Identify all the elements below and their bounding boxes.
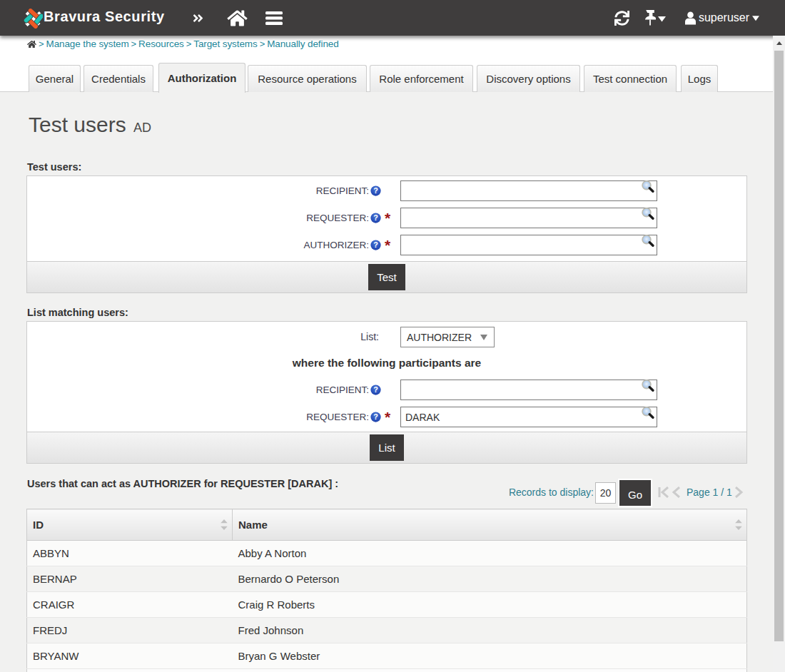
- svg-text:?: ?: [373, 385, 378, 394]
- svg-text:?: ?: [373, 412, 378, 421]
- svg-text:?: ?: [373, 213, 378, 222]
- svg-text:?: ?: [373, 240, 378, 249]
- svg-text:?: ?: [373, 186, 378, 195]
